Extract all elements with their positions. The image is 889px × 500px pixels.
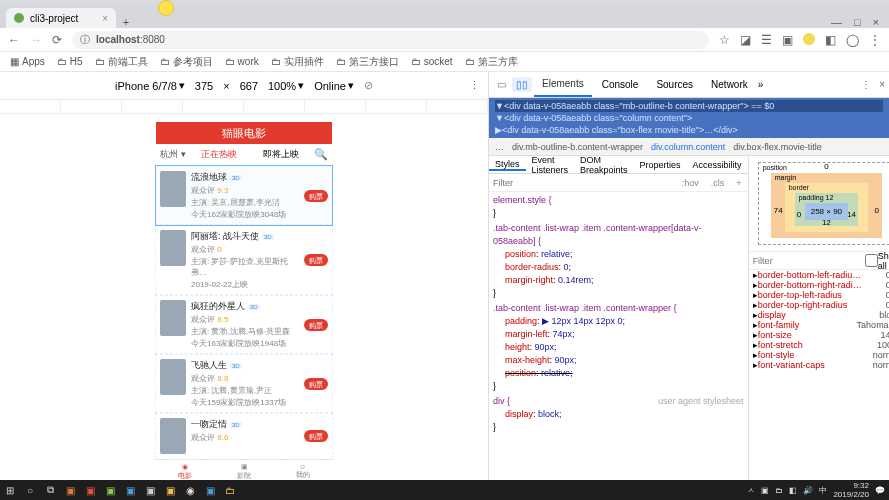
buy-button[interactable]: 购票 xyxy=(304,190,328,202)
ext-icon-2[interactable]: ☰ xyxy=(761,33,772,47)
show-all-checkbox[interactable] xyxy=(865,254,878,267)
bookmark-folder[interactable]: 🗀 H5 xyxy=(57,56,83,67)
tray-icon[interactable]: ▣ xyxy=(761,486,769,495)
breadcrumb[interactable]: … div.mb-outline-b.content-wrapper div.c… xyxy=(489,138,889,156)
tab-now-showing[interactable]: 正在热映 xyxy=(190,148,248,161)
tab-sources[interactable]: Sources xyxy=(648,72,701,97)
notifications-icon[interactable]: 💬 xyxy=(875,486,885,495)
app-icon[interactable]: ▣ xyxy=(60,480,80,500)
bookmark-folder[interactable]: 🗀 前端工具 xyxy=(95,55,148,69)
movie-item[interactable]: 一吻定情3D观众评 8.6购票 xyxy=(156,413,332,459)
buy-button[interactable]: 购票 xyxy=(304,254,328,266)
search-icon[interactable]: ○ xyxy=(20,480,40,500)
computed-filter-input[interactable] xyxy=(753,256,865,266)
movie-item[interactable]: 流浪地球3D观众评 9.3主演: 吴京,屈楚萧,李光洁今天162家影院放映304… xyxy=(156,166,332,225)
zoom-select[interactable]: 100% ▾ xyxy=(268,79,304,92)
ext-icon-4[interactable]: ◧ xyxy=(825,33,836,47)
app-icon[interactable]: ▣ xyxy=(120,480,140,500)
buy-button[interactable]: 购票 xyxy=(304,319,328,331)
app-icon[interactable]: ▣ xyxy=(80,480,100,500)
city-select[interactable]: 杭州 ▾ xyxy=(160,148,186,161)
vscode-icon[interactable]: ▣ xyxy=(200,480,220,500)
device-mode-icon[interactable]: ▯▯ xyxy=(512,77,532,92)
app-icon[interactable]: ▣ xyxy=(160,480,180,500)
computed-properties[interactable]: ▸ border-bottom-left-radiu…0px▸ border-b… xyxy=(749,270,889,370)
start-icon[interactable]: ⊞ xyxy=(0,480,20,500)
movie-item[interactable]: 疯狂的外星人3D观众评 8.5主演: 黄渤,沈腾,马修·莫里森今天163家影院放… xyxy=(156,295,332,354)
menu-icon[interactable]: ⋮ xyxy=(869,33,881,47)
ext-yellow-icon[interactable] xyxy=(803,33,815,45)
profile-icon[interactable]: ◯ xyxy=(846,33,859,47)
maximize-icon[interactable]: □ xyxy=(854,16,861,28)
app-header: 猫眼电影 xyxy=(156,122,332,144)
network-select[interactable]: Online ▾ xyxy=(314,79,354,92)
tab-coming-soon[interactable]: 即将上映 xyxy=(252,148,310,161)
tab-elements[interactable]: Elements xyxy=(534,72,592,97)
subtab-listeners[interactable]: Event Listeners xyxy=(526,156,575,175)
bookmark-folder[interactable]: 🗀 实用插件 xyxy=(271,55,324,69)
tray-icon[interactable]: ◧ xyxy=(789,486,797,495)
ext-icon[interactable]: ◪ xyxy=(740,33,751,47)
buy-button[interactable]: 购票 xyxy=(304,430,328,442)
back-icon[interactable]: ← xyxy=(8,33,20,47)
cls-toggle[interactable]: .cls xyxy=(705,178,731,188)
devtools-close-icon[interactable]: × xyxy=(879,79,885,90)
subtab-accessibility[interactable]: Accessibility xyxy=(687,160,748,170)
tab-console[interactable]: Console xyxy=(594,72,647,97)
device-select[interactable]: iPhone 6/7/8 ▾ xyxy=(115,79,185,92)
minimize-icon[interactable]: ― xyxy=(831,16,842,28)
hov-toggle[interactable]: :hov xyxy=(676,178,705,188)
movie-poster xyxy=(160,359,186,395)
inspect-icon[interactable]: ▭ xyxy=(493,77,510,92)
app-icon[interactable]: ▣ xyxy=(140,480,160,500)
nav-cinema[interactable]: ▣影院 xyxy=(215,460,274,480)
dom-tree[interactable]: ▼<div data-v-058aeabb class="mb-outline-… xyxy=(489,98,889,138)
subtab-styles[interactable]: Styles xyxy=(489,159,526,171)
bookmark-folder[interactable]: 🗀 第三方接口 xyxy=(336,55,399,69)
apps-button[interactable]: ▦ Apps xyxy=(10,56,45,67)
nav-movie[interactable]: ◉电影 xyxy=(156,460,215,480)
close-window-icon[interactable]: × xyxy=(873,16,879,28)
devtools-menu-icon[interactable]: ⋮ xyxy=(861,79,871,90)
explorer-icon[interactable]: 🗀 xyxy=(220,480,240,500)
tray-icon[interactable]: 🔊 xyxy=(803,486,813,495)
subtab-properties[interactable]: Properties xyxy=(634,160,687,170)
tab-network[interactable]: Network xyxy=(703,72,756,97)
movie-item[interactable]: 阿丽塔: 战斗天使3D观众评 0主演: 罗莎·萨拉查,克里斯托弗…2019-02… xyxy=(156,225,332,295)
rotate-icon[interactable]: ⊘ xyxy=(364,79,373,92)
bookmark-folder[interactable]: 🗀 第三方库 xyxy=(465,55,518,69)
ime-icon[interactable]: 中 xyxy=(819,485,827,496)
taskview-icon[interactable]: ⧉ xyxy=(40,480,60,500)
subtab-dom-bp[interactable]: DOM Breakpoints xyxy=(574,156,634,175)
app-icon[interactable]: ▣ xyxy=(100,480,120,500)
css-rules[interactable]: element.style {}.tab-content .list-wrap … xyxy=(489,192,748,480)
bookmarks-bar: ▦ Apps 🗀 H5 🗀 前端工具 🗀 参考项目 🗀 work 🗀 实用插件 … xyxy=(0,52,889,72)
buy-button[interactable]: 购票 xyxy=(304,378,328,390)
browser-tab[interactable]: cli3-project × xyxy=(6,8,116,28)
styles-filter-input[interactable] xyxy=(489,178,676,188)
forward-icon[interactable]: → xyxy=(30,33,42,47)
nav-mine[interactable]: ☺我的 xyxy=(273,460,332,480)
tray-icon[interactable]: ㅅ xyxy=(747,485,755,496)
bottom-nav: ◉电影 ▣影院 ☺我的 xyxy=(156,459,332,480)
movie-item[interactable]: 飞驰人生3D观众评 8.8主演: 沈腾,黄景瑜,尹正今天159家影院放映1337… xyxy=(156,354,332,413)
width-input[interactable]: 375 xyxy=(195,80,213,92)
bookmark-folder[interactable]: 🗀 socket xyxy=(411,56,453,67)
ext-icon-3[interactable]: ▣ xyxy=(782,33,793,47)
bookmark-folder[interactable]: 🗀 参考项目 xyxy=(160,55,213,69)
star-icon[interactable]: ☆ xyxy=(719,33,730,47)
tab-title: cli3-project xyxy=(30,13,78,24)
more-tabs-icon[interactable]: » xyxy=(758,79,764,90)
windows-taskbar: ⊞ ○ ⧉ ▣ ▣ ▣ ▣ ▣ ▣ ◉ ▣ 🗀 ㅅ ▣ 🗀 ◧ 🔊 中 9:32… xyxy=(0,480,889,500)
bookmark-folder[interactable]: 🗀 work xyxy=(225,56,259,67)
chrome-icon[interactable]: ◉ xyxy=(180,480,200,500)
search-icon[interactable]: 🔍 xyxy=(314,148,328,161)
tray-icon[interactable]: 🗀 xyxy=(775,486,783,495)
device-menu-icon[interactable]: ⋮ xyxy=(469,79,480,92)
new-tab-button[interactable]: + xyxy=(116,16,136,28)
height-input[interactable]: 667 xyxy=(240,80,258,92)
url-input[interactable]: ⓘ localhost:8080 xyxy=(72,31,709,49)
new-rule-icon[interactable]: + xyxy=(730,178,747,188)
close-tab-icon[interactable]: × xyxy=(102,13,108,24)
reload-icon[interactable]: ⟳ xyxy=(52,33,62,47)
